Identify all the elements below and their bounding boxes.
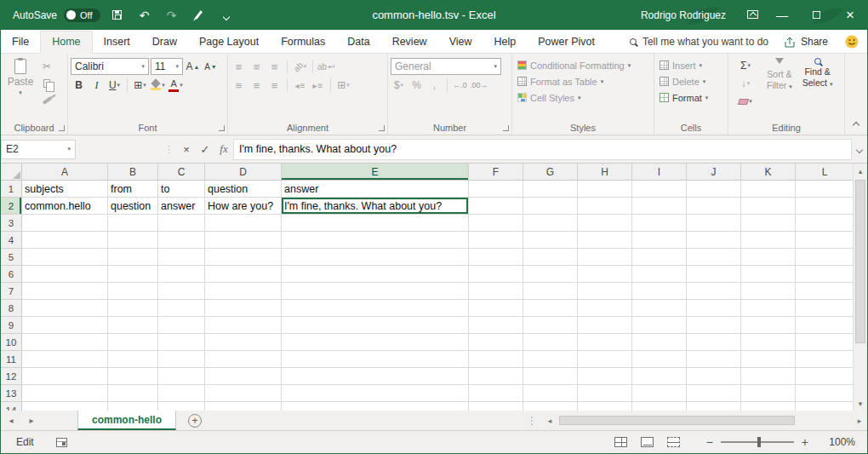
cell-G3[interactable] xyxy=(523,215,578,232)
cell-H8[interactable] xyxy=(578,300,632,317)
column-header-H[interactable]: H xyxy=(578,164,632,181)
sheet-nav-right-button[interactable]: ▸ xyxy=(21,411,42,430)
cell-H14[interactable] xyxy=(578,402,632,411)
cell-J6[interactable] xyxy=(687,266,741,283)
cell-H12[interactable] xyxy=(578,368,632,385)
autosum-button[interactable]: Σ▾ xyxy=(731,57,760,74)
cell-G4[interactable] xyxy=(523,232,578,249)
tab-data[interactable]: Data xyxy=(336,32,380,53)
macro-record-button[interactable] xyxy=(56,438,67,447)
cell-G7[interactable] xyxy=(523,283,578,300)
cell-J5[interactable] xyxy=(687,249,741,266)
cell-G9[interactable] xyxy=(523,317,578,334)
format-painter-button[interactable] xyxy=(37,93,56,107)
sheet-tab-common-hello[interactable]: common-hello xyxy=(77,411,176,430)
new-sheet-button[interactable]: + xyxy=(188,414,202,428)
zoom-slider[interactable] xyxy=(721,441,794,443)
normal-view-button[interactable] xyxy=(614,437,627,447)
delete-cells-button[interactable]: Delete ▾ xyxy=(657,73,725,89)
fill-button[interactable]: ↓▾ xyxy=(731,75,760,92)
insert-function-button[interactable]: fx xyxy=(214,142,233,156)
center-button[interactable]: ≡ xyxy=(248,77,265,94)
cell-K11[interactable] xyxy=(741,351,796,368)
cell-I4[interactable] xyxy=(632,232,687,249)
cell-J2[interactable] xyxy=(687,198,741,215)
cell-H1[interactable] xyxy=(578,181,632,198)
enter-button[interactable]: ✓ xyxy=(196,143,214,156)
cell-C7[interactable] xyxy=(158,283,205,300)
horizontal-scroll-thumb[interactable] xyxy=(559,416,795,425)
align-right-button[interactable]: ≡ xyxy=(266,77,283,94)
comma-style-button[interactable]: , xyxy=(426,77,443,94)
cell-J7[interactable] xyxy=(687,283,741,300)
cell-A2[interactable]: common.hello xyxy=(22,198,108,215)
borders-button[interactable]: ⊞▾ xyxy=(132,77,148,94)
tab-home[interactable]: Home xyxy=(40,31,92,54)
cell-I12[interactable] xyxy=(632,368,687,385)
tab-insert[interactable]: Insert xyxy=(93,32,141,53)
row-header-13[interactable]: 13 xyxy=(1,385,22,402)
row-header-7[interactable]: 7 xyxy=(1,283,22,300)
column-header-G[interactable]: G xyxy=(523,164,578,181)
cell-F3[interactable] xyxy=(469,215,523,232)
save-button[interactable] xyxy=(107,9,128,22)
cell-I6[interactable] xyxy=(632,266,687,283)
tab-power-pivot[interactable]: Power Pivot xyxy=(527,32,606,53)
cell-F7[interactable] xyxy=(469,283,523,300)
cell-C1[interactable]: to xyxy=(158,181,205,198)
cell-C3[interactable] xyxy=(158,215,205,232)
vertical-scroll-track[interactable] xyxy=(854,178,867,396)
cell-I5[interactable] xyxy=(632,249,687,266)
cell-J13[interactable] xyxy=(687,385,741,402)
font-color-button[interactable]: A▾ xyxy=(168,77,184,94)
cell-E5[interactable] xyxy=(282,249,469,266)
cell-L6[interactable] xyxy=(796,266,853,283)
cell-J14[interactable] xyxy=(687,402,741,411)
column-header-D[interactable]: D xyxy=(205,164,282,181)
cell-D11[interactable] xyxy=(205,351,282,368)
zoom-slider-thumb[interactable] xyxy=(757,437,761,447)
row-header-3[interactable]: 3 xyxy=(1,215,22,232)
cell-G5[interactable] xyxy=(523,249,578,266)
alignment-dialog-launcher[interactable] xyxy=(379,125,385,131)
cell-A14[interactable] xyxy=(22,402,108,411)
align-left-button[interactable]: ≡ xyxy=(231,77,247,94)
tab-file[interactable]: File xyxy=(1,32,40,53)
cell-E12[interactable] xyxy=(282,368,469,385)
scroll-up-arrow[interactable]: ▴ xyxy=(854,164,867,178)
column-header-C[interactable]: C xyxy=(158,164,205,181)
cell-C10[interactable] xyxy=(158,334,205,351)
cell-K3[interactable] xyxy=(741,215,796,232)
cell-B4[interactable] xyxy=(108,232,158,249)
cell-B14[interactable] xyxy=(108,402,158,411)
column-header-A[interactable]: A xyxy=(22,164,108,181)
cut-button[interactable]: ✂ xyxy=(37,59,56,73)
cell-G8[interactable] xyxy=(523,300,578,317)
cell-I9[interactable] xyxy=(632,317,687,334)
underline-button[interactable]: U▾ xyxy=(106,77,123,94)
cell-D12[interactable] xyxy=(205,368,282,385)
cell-E8[interactable] xyxy=(282,300,469,317)
row-header-2[interactable]: 2 xyxy=(1,198,22,215)
cell-L2[interactable] xyxy=(796,198,853,215)
sort-filter-button[interactable]: Sort & Filter ▾ xyxy=(763,57,796,110)
expand-formula-bar-button[interactable] xyxy=(852,143,867,155)
cell-I7[interactable] xyxy=(632,283,687,300)
cell-K7[interactable] xyxy=(741,283,796,300)
row-header-11[interactable]: 11 xyxy=(1,351,22,368)
scroll-left-arrow[interactable]: ◂ xyxy=(542,417,557,425)
row-header-8[interactable]: 8 xyxy=(1,300,22,317)
format-as-table-button[interactable]: Format as Table ▾ xyxy=(515,73,651,89)
cell-E4[interactable] xyxy=(282,232,469,249)
cell-F14[interactable] xyxy=(469,402,523,411)
cell-A5[interactable] xyxy=(22,249,108,266)
column-header-I[interactable]: I xyxy=(632,164,687,181)
cell-B9[interactable] xyxy=(108,317,158,334)
cell-styles-button[interactable]: Cell Styles ▾ xyxy=(515,89,651,106)
cell-B10[interactable] xyxy=(108,334,158,351)
cell-K12[interactable] xyxy=(741,368,796,385)
undo-button[interactable]: ↶ xyxy=(134,9,155,22)
cell-B13[interactable] xyxy=(108,385,158,402)
font-name-select[interactable]: Calibri ▾ xyxy=(71,58,149,75)
increase-decimal-button[interactable]: ←.0 xyxy=(452,77,468,94)
